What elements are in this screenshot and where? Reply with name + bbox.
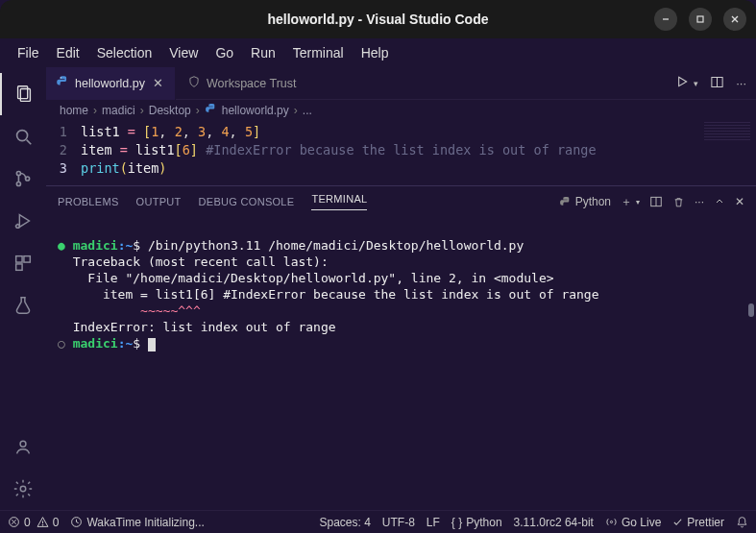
svg-point-18 xyxy=(61,77,61,78)
svg-marker-11 xyxy=(19,215,29,228)
shield-icon xyxy=(187,75,201,91)
crumb-tail[interactable]: ... xyxy=(303,104,312,117)
status-dot-icon: ○ xyxy=(58,336,65,351)
svg-line-7 xyxy=(27,140,32,145)
terminal-launcher[interactable]: Python xyxy=(559,195,611,208)
workspace-trust[interactable]: Workspace Trust xyxy=(176,75,308,91)
menu-file[interactable]: File xyxy=(10,41,47,64)
chevron-right-icon: › xyxy=(196,104,200,117)
status-dot-icon: ● xyxy=(58,238,65,253)
panel-maximize-icon[interactable] xyxy=(714,196,725,207)
python-file-icon xyxy=(56,75,69,91)
trust-label: Workspace Trust xyxy=(207,77,297,90)
panel-more-icon[interactable]: ··· xyxy=(695,195,704,208)
chevron-right-icon: › xyxy=(294,104,298,117)
statusbar: 0 0 WakaTime Initializing... Spaces: 4 U… xyxy=(0,510,756,533)
chevron-right-icon: › xyxy=(140,104,144,117)
svg-rect-1 xyxy=(697,16,703,22)
tab-problems[interactable]: PROBLEMS xyxy=(58,196,119,207)
status-errors[interactable]: 0 xyxy=(8,516,31,529)
svg-point-8 xyxy=(16,171,20,175)
new-terminal-icon[interactable]: ＋▾ xyxy=(621,194,640,210)
menu-run[interactable]: Run xyxy=(243,41,283,64)
search-icon[interactable] xyxy=(0,115,46,157)
svg-rect-13 xyxy=(16,256,22,262)
minimap[interactable] xyxy=(704,121,750,140)
status-python-version[interactable]: 3.11.0rc2 64-bit xyxy=(514,516,594,529)
tab-output[interactable]: OUTPUT xyxy=(136,196,182,207)
svg-marker-19 xyxy=(679,77,687,85)
svg-point-16 xyxy=(20,441,26,447)
status-encoding[interactable]: UTF-8 xyxy=(382,516,415,529)
editor-actions: ▾ ··· xyxy=(674,74,756,92)
window-controls xyxy=(654,8,746,31)
svg-rect-15 xyxy=(16,264,22,270)
editor-tabbar: helloworld.py ✕ Workspace Trust ▾ ··· xyxy=(46,67,756,100)
window-title: helloworld.py - Visual Studio Code xyxy=(268,12,489,27)
svg-rect-5 xyxy=(20,89,30,102)
crumb-desktop[interactable]: Desktop xyxy=(149,104,191,117)
terminal-scrollbar[interactable] xyxy=(748,303,754,317)
menu-edit[interactable]: Edit xyxy=(49,41,87,64)
svg-point-28 xyxy=(42,524,43,525)
tab-debug-console[interactable]: DEBUG CONSOLE xyxy=(199,196,295,207)
crumb-home[interactable]: home xyxy=(60,104,88,117)
clock-icon xyxy=(70,516,83,528)
line-number: 1 xyxy=(46,123,81,141)
svg-rect-4 xyxy=(18,86,28,99)
svg-point-30 xyxy=(610,521,612,522)
explorer-icon[interactable] xyxy=(0,73,46,115)
menu-terminal[interactable]: Terminal xyxy=(285,41,352,64)
source-control-icon[interactable] xyxy=(0,157,46,200)
split-terminal-icon[interactable] xyxy=(649,195,663,208)
error-icon xyxy=(8,516,20,528)
run-dropdown-icon[interactable]: ▾ xyxy=(694,79,698,88)
panel-tabs: PROBLEMS OUTPUT DEBUG CONSOLE TERMINAL P… xyxy=(46,186,756,217)
panel-close-icon[interactable]: ✕ xyxy=(735,195,744,208)
tab-close-icon[interactable]: ✕ xyxy=(151,76,165,90)
extensions-icon[interactable] xyxy=(0,242,46,284)
status-language[interactable]: { } Python xyxy=(451,516,502,529)
broadcast-icon xyxy=(605,516,618,528)
svg-point-6 xyxy=(17,131,28,141)
activitybar xyxy=(0,67,46,510)
testing-icon[interactable] xyxy=(0,284,46,327)
settings-icon[interactable] xyxy=(0,468,46,510)
svg-point-12 xyxy=(16,225,20,229)
accounts-icon[interactable] xyxy=(0,425,46,468)
menu-go[interactable]: Go xyxy=(207,41,241,64)
breadcrumbs[interactable]: home › madici › Desktop › helloworld.py … xyxy=(46,100,756,121)
close-button[interactable] xyxy=(723,8,746,31)
status-golive[interactable]: Go Live xyxy=(605,516,661,529)
bottom-panel: PROBLEMS OUTPUT DEBUG CONSOLE TERMINAL P… xyxy=(46,185,756,510)
status-spaces[interactable]: Spaces: 4 xyxy=(319,516,370,529)
titlebar: helloworld.py - Visual Studio Code xyxy=(0,0,756,38)
status-notifications-icon[interactable] xyxy=(736,516,748,528)
crumb-file[interactable]: helloworld.py xyxy=(222,104,289,117)
terminal[interactable]: ● madici:~$ /bin/python3.11 /home/madici… xyxy=(46,217,756,510)
code-editor[interactable]: 1 list1 = [1, 2, 3, 4, 5] 2 item = list1… xyxy=(46,121,756,185)
terminal-cursor xyxy=(148,338,156,351)
status-wakatime[interactable]: WakaTime Initializing... xyxy=(70,516,204,529)
check-icon xyxy=(672,517,683,527)
menu-help[interactable]: Help xyxy=(354,41,397,64)
status-warnings[interactable]: 0 xyxy=(37,516,60,529)
menu-view[interactable]: View xyxy=(161,41,206,64)
status-prettier[interactable]: Prettier xyxy=(672,516,724,529)
code-line: 1 list1 = [1, 2, 3, 4, 5] xyxy=(46,123,756,141)
maximize-button[interactable] xyxy=(689,8,712,31)
tab-helloworld[interactable]: helloworld.py ✕ xyxy=(46,67,176,100)
run-file-icon[interactable] xyxy=(674,74,690,92)
crumb-user[interactable]: madici xyxy=(102,104,135,117)
svg-point-17 xyxy=(20,486,26,492)
minimize-button[interactable] xyxy=(654,8,677,31)
run-debug-icon[interactable] xyxy=(0,200,46,242)
tab-label: helloworld.py xyxy=(75,77,145,90)
split-editor-icon[interactable] xyxy=(710,75,724,92)
tab-terminal[interactable]: TERMINAL xyxy=(311,193,367,210)
status-eol[interactable]: LF xyxy=(427,516,440,529)
more-actions-icon[interactable]: ··· xyxy=(736,76,746,90)
kill-terminal-icon[interactable] xyxy=(672,196,685,208)
svg-point-9 xyxy=(16,182,20,185)
menu-selection[interactable]: Selection xyxy=(89,41,160,64)
